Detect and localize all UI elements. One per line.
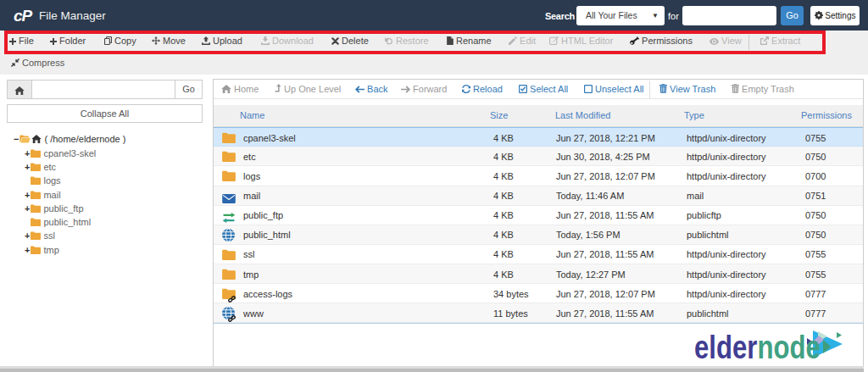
svg-text:eldernode: eldernode xyxy=(694,330,821,365)
